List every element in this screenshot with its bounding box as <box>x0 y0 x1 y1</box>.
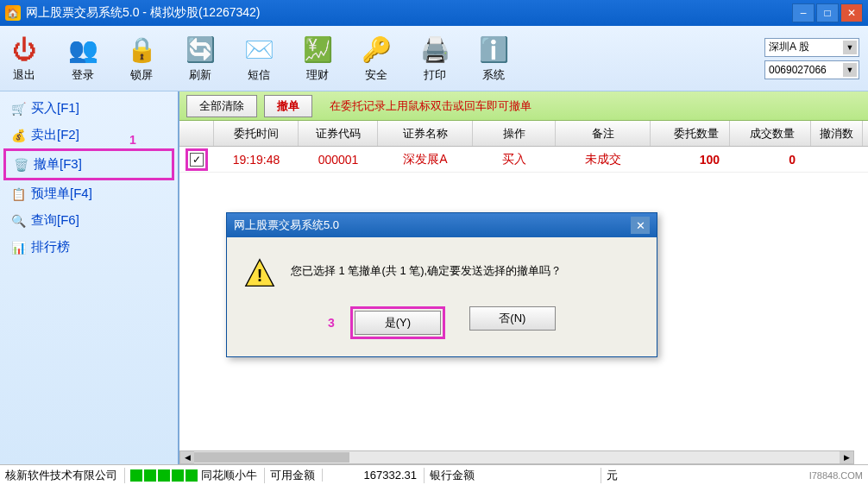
dialog-close-button[interactable]: ✕ <box>631 217 650 234</box>
table-row[interactable]: ✓ 19:19:48 000001 深发展A 买入 未成交 100 0 <box>179 147 868 173</box>
available-label: 可用金额 <box>270 468 315 483</box>
clear-all-button[interactable]: 全部清除 <box>186 95 257 117</box>
app-icon: 🏠 <box>5 5 21 21</box>
close-button[interactable]: ✕ <box>840 3 863 22</box>
sidebar-item-cancel[interactable]: 🗑️撤单[F3] <box>3 148 174 180</box>
scroll-thumb[interactable] <box>194 452 349 463</box>
currency-unit: 元 <box>607 468 618 483</box>
bank-label: 银行金额 <box>430 468 475 483</box>
toolbar-print-button[interactable]: 🖨️打印 <box>419 35 450 83</box>
account-select[interactable]: 0069027066▼ <box>764 60 859 79</box>
maximize-button[interactable]: □ <box>816 3 839 22</box>
refresh-icon: 🔄 <box>185 35 216 66</box>
lock-icon: 🔒 <box>126 35 157 66</box>
toolbar-refresh-button[interactable]: 🔄刷新 <box>185 35 216 83</box>
toolbar-login-button[interactable]: 👥登录 <box>67 35 98 83</box>
titlebar: 🏠 网上股票交易系统5.0 - 模拟炒股(12267342) – □ ✕ <box>0 0 868 26</box>
actionbar-hint: 在委托记录上用鼠标双击或回车即可撤单 <box>330 98 531 114</box>
power-icon: ⏻ <box>9 35 40 66</box>
company-label: 核新软件技术有限公司 <box>5 468 117 483</box>
watermark: I78848.COM <box>809 470 863 481</box>
minimize-button[interactable]: – <box>792 3 815 22</box>
signal-icon <box>130 469 198 482</box>
toolbar-finance-button[interactable]: 💹理财 <box>302 35 333 83</box>
server-label: 同花顺小牛 <box>201 468 257 483</box>
search-icon: 🔍 <box>10 213 26 229</box>
print-icon: 🖨️ <box>419 35 450 66</box>
chart-icon: 📊 <box>10 240 26 255</box>
scroll-left-icon[interactable]: ◀ <box>180 451 194 463</box>
toolbar: ⏻退出 👥登录 🔒锁屏 🔄刷新 ✉️短信 💹理财 🔑安全 🖨️打印 ℹ️系统 深… <box>0 26 868 91</box>
sidebar-item-preset[interactable]: 📋预埋单[F4] <box>3 180 174 207</box>
dialog-yes-button[interactable]: 是(Y) <box>355 311 441 335</box>
toolbar-system-button[interactable]: ℹ️系统 <box>478 35 509 83</box>
cancel-order-button[interactable]: 撤单 <box>264 95 312 117</box>
toolbar-exit-button[interactable]: ⏻退出 <box>9 35 40 83</box>
sidebar-item-rank[interactable]: 📊排行榜 <box>3 234 174 261</box>
users-icon: 👥 <box>67 35 98 66</box>
chevron-down-icon: ▼ <box>843 63 857 77</box>
table-header: 委托时间 证券代码 证券名称 操作 备注 委托数量 成交数量 撤消数 <box>179 121 868 147</box>
coin-icon: 💰 <box>10 128 26 143</box>
available-value: 167332.31 <box>364 469 417 482</box>
finance-icon: 💹 <box>302 35 333 66</box>
dialog-titlebar: 网上股票交易系统5.0 ✕ <box>227 213 657 237</box>
row-checkbox[interactable]: ✓ <box>190 153 204 167</box>
dialog-message: 您已选择 1 笔撤单(共 1 笔),确定要发送选择的撤单吗？ <box>291 258 562 279</box>
mail-icon: ✉️ <box>243 35 274 66</box>
info-icon: ℹ️ <box>478 35 509 66</box>
annotation-3: 3 <box>328 316 335 330</box>
sidebar-item-query[interactable]: 🔍查询[F6] <box>3 207 174 234</box>
dialog-no-button[interactable]: 否(N) <box>469 306 556 331</box>
scroll-right-icon[interactable]: ▶ <box>840 451 853 463</box>
toolbar-security-button[interactable]: 🔑安全 <box>361 35 392 83</box>
actionbar: 全部清除 撤单 在委托记录上用鼠标双击或回车即可撤单 <box>179 91 868 121</box>
confirm-dialog: 网上股票交易系统5.0 ✕ ! 您已选择 1 笔撤单(共 1 笔),确定要发送选… <box>226 212 657 357</box>
statusbar: 核新软件技术有限公司 同花顺小牛 可用金额 167332.31 银行金额 元 I… <box>0 464 868 485</box>
key-icon: 🔑 <box>361 35 392 66</box>
sidebar-item-sell[interactable]: 💰卖出[F2] <box>3 122 174 148</box>
sidebar: 🛒买入[F1] 💰卖出[F2] 🗑️撤单[F3] 📋预埋单[F4] 🔍查询[F6… <box>0 91 179 464</box>
warning-icon: ! <box>244 258 275 289</box>
annotation-1: 1 <box>129 133 136 147</box>
toolbar-lock-button[interactable]: 🔒锁屏 <box>126 35 157 83</box>
horizontal-scrollbar[interactable]: ◀ ▶ <box>179 450 854 464</box>
clipboard-icon: 📋 <box>10 186 26 202</box>
svg-text:!: ! <box>257 266 263 285</box>
trash-icon: 🗑️ <box>13 157 28 173</box>
cart-icon: 🛒 <box>10 101 26 117</box>
sidebar-item-buy[interactable]: 🛒买入[F1] <box>3 95 174 122</box>
window-title: 网上股票交易系统5.0 - 模拟炒股(12267342) <box>26 5 792 21</box>
market-select[interactable]: 深圳A 股▼ <box>764 38 859 57</box>
toolbar-sms-button[interactable]: ✉️短信 <box>243 35 274 83</box>
chevron-down-icon: ▼ <box>843 41 857 54</box>
